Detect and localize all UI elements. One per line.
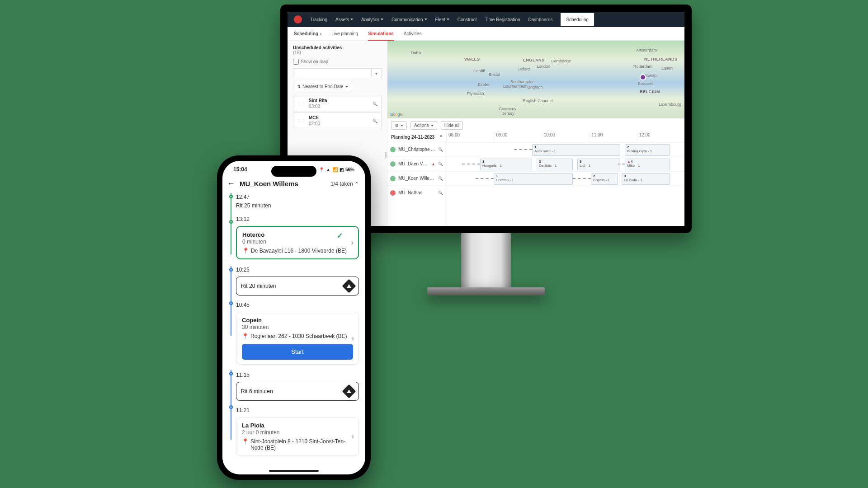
show-on-map-checkbox[interactable]: Show on map — [293, 59, 382, 65]
nav-communication[interactable]: Communication — [392, 17, 427, 22]
mobile-app: 15:04 📍 ▲ 📶 ◩ 56% ← MU_Koen Willems 1/4 … — [222, 161, 365, 474]
stop-card[interactable]: ✓ Hoterco 0 minuten 📍De Bavaaylei 116 - … — [236, 226, 359, 259]
filter-select[interactable]: ▾ — [293, 68, 382, 78]
schedule-header[interactable]: Planning 24-11-2023 ˄ — [387, 132, 446, 142]
nav-time-registration[interactable]: Time Registration — [485, 17, 520, 22]
chevron-right-icon: › — [320, 31, 321, 36]
signal-icon: 📶 — [332, 167, 338, 172]
visibility-icon[interactable] — [390, 176, 396, 181]
sort-button[interactable]: ⇅ Nearest to End Date — [293, 82, 352, 91]
map-label: Dublin — [411, 51, 423, 55]
stop-card[interactable]: Copein 30 minuten 📍Rogierlaan 262 - 1030… — [236, 312, 359, 365]
nav-construct[interactable]: Construct — [458, 17, 477, 22]
resource-row[interactable]: MU_Daen Verm…▲ — [387, 156, 446, 171]
map-label: Plymouth — [467, 91, 484, 96]
tab-activities[interactable]: Activities — [404, 28, 421, 40]
page-title: MU_Koen Willems — [240, 180, 326, 188]
resource-row[interactable]: MU_Koen Willems — [387, 171, 446, 185]
map-label: ENGLAND — [523, 58, 545, 62]
drag-icon[interactable]: ⋮⋮ — [297, 101, 306, 106]
schedule-task[interactable]: ▲4Miko - 1 — [625, 159, 670, 170]
start-button[interactable]: Start — [242, 344, 353, 360]
map-label: Oxford — [518, 67, 530, 71]
tab-simulations[interactable]: Simulations — [368, 28, 394, 41]
schedule-task[interactable]: 2Boxing Gym - 1 — [625, 144, 670, 156]
map-label: Belgium — [640, 89, 660, 94]
timeline-time: 11:21 — [236, 406, 359, 414]
search-icon[interactable] — [438, 190, 443, 195]
timeline-time: 12:47 — [236, 193, 359, 201]
nav-assets[interactable]: Assets — [335, 17, 353, 22]
visibility-icon[interactable] — [390, 190, 396, 196]
navigate-icon[interactable] — [342, 384, 356, 398]
map-view[interactable]: Google DublinAmsterdamWALESENGLANDNether… — [387, 41, 684, 118]
breadcrumb[interactable]: Scheduling › — [294, 31, 321, 36]
travel-line — [462, 164, 480, 164]
schedule-task[interactable]: 3La Piola - 1 — [622, 173, 670, 185]
chevron-down-icon — [345, 86, 348, 88]
nav-tracking[interactable]: Tracking — [310, 17, 327, 22]
schedule-task[interactable]: 2De Buis - 1 — [537, 159, 573, 170]
map-label: Essen — [661, 66, 673, 70]
ride-label: Rit 25 minuten — [236, 201, 359, 215]
settings-button[interactable]: ⚙ — [391, 121, 407, 130]
map-marker[interactable] — [640, 74, 646, 80]
search-icon[interactable] — [373, 118, 377, 123]
activity-card[interactable]: ⋮⋮MCE02:00 — [293, 112, 382, 129]
visibility-icon[interactable] — [390, 161, 396, 167]
panel-drag-handle[interactable]: || — [385, 151, 387, 158]
map-label: English Channel — [523, 99, 553, 103]
schedule-task[interactable]: 2Copein - 1 — [591, 173, 618, 185]
drag-icon[interactable]: ⋮⋮ — [297, 118, 306, 123]
timeline-time: 13:12 — [236, 215, 359, 223]
top-navbar: TrackingAssetsAnalyticsCommunicationFlee… — [288, 12, 684, 27]
nav-dashboards[interactable]: Dashboards — [528, 17, 553, 22]
check-icon: ✓ — [337, 231, 343, 240]
tab-live-planning[interactable]: Live planning — [331, 28, 358, 40]
mobile-phone: 15:04 📍 ▲ 📶 ◩ 56% ← MU_Koen Willems 1/4 … — [217, 155, 371, 480]
resource-row[interactable]: MU_Christophe A… — [387, 142, 446, 156]
chevron-down-icon — [447, 19, 449, 20]
activity-card[interactable]: ⋮⋮Sint Rita03:00 — [293, 95, 382, 112]
map-label: Netherlands — [644, 57, 678, 61]
chevron-up-icon: ⌄ — [354, 181, 359, 187]
visibility-icon[interactable] — [390, 147, 396, 152]
travel-line — [573, 178, 591, 179]
map-label: Jersey — [502, 111, 514, 116]
nav-fleet[interactable]: Fleet — [435, 17, 449, 22]
search-icon[interactable] — [438, 176, 443, 181]
back-button[interactable]: ← — [227, 179, 235, 188]
ride-card[interactable]: Rit 20 minuten — [236, 277, 359, 296]
resource-row[interactable]: MU_Nathan — [387, 185, 446, 200]
search-icon[interactable] — [438, 161, 443, 166]
home-indicator[interactable] — [269, 470, 319, 472]
checkbox-input[interactable] — [293, 59, 299, 65]
map-label: Southampton — [510, 80, 535, 84]
schedule-task[interactable]: 1Hoterco - 1 — [494, 173, 573, 185]
schedule-task[interactable]: 1Auto natie - 1 — [532, 144, 620, 156]
schedule-task[interactable]: 3Lidl - 1 — [577, 159, 620, 170]
filter-icon[interactable]: ▾ — [371, 69, 381, 78]
panel-title: Unscheduled activities — [293, 45, 382, 50]
pin-icon: 📍 — [242, 248, 249, 254]
timeline-time: 10:25 — [236, 266, 359, 274]
navigate-icon[interactable] — [342, 279, 356, 293]
pin-icon: 📍 — [242, 333, 249, 339]
ride-card[interactable]: Rit 6 minuten — [236, 382, 359, 401]
chevron-up-icon: ˄ — [440, 135, 442, 140]
status-bar: 15:04 📍 ▲ 📶 ◩ 56% — [222, 161, 365, 174]
route-timeline[interactable]: 12:47Rit 25 minuten13:12 ✓ Hoterco 0 min… — [222, 193, 365, 464]
nav-analytics[interactable]: Analytics — [361, 17, 383, 22]
actions-button[interactable]: Actions — [410, 121, 437, 130]
nav-scheduling[interactable]: Scheduling — [561, 13, 594, 26]
travel-line — [514, 149, 532, 150]
schedule-task[interactable]: 1Hoogmis - 1 — [480, 159, 532, 170]
stop-card[interactable]: La Piola 2 uur 0 minuten 📍Sint-Joostplei… — [236, 417, 359, 456]
travel-line — [618, 164, 625, 164]
hide-all-button[interactable]: Hide all — [441, 121, 463, 130]
search-icon[interactable] — [373, 101, 377, 106]
battery-icon: ◩ — [340, 167, 344, 172]
map-label: Luxembourg — [659, 102, 681, 107]
search-icon[interactable] — [438, 147, 443, 152]
task-counter[interactable]: 1/4 taken ⌄ — [330, 181, 359, 187]
